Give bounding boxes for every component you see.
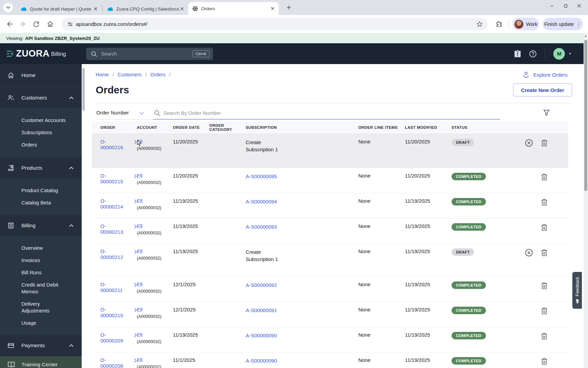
chevron-right-icon[interactable] (134, 282, 137, 287)
order-search-input[interactable]: Search By Order Number (163, 110, 221, 116)
table-row[interactable]: O-00000211 Ell (A00000032) 12/1/2025 A-S… (92, 277, 568, 302)
order-link[interactable]: O-00000210 (100, 307, 126, 318)
subscription-value[interactable]: A-S00000090 (246, 332, 277, 339)
chevron-right-icon[interactable] (134, 224, 137, 229)
tab-search-button[interactable] (3, 3, 13, 12)
chevron-right-icon[interactable] (134, 140, 137, 144)
sidebar-item-home[interactable]: Home (0, 64, 82, 87)
window-close-button[interactable] (572, 0, 586, 12)
breadcrumb-home[interactable]: Home (96, 72, 109, 77)
column-header-account[interactable]: ACCOUNT (137, 125, 173, 129)
sidebar-item-invoices[interactable]: Invoices (0, 254, 82, 266)
delete-order-icon[interactable] (541, 358, 548, 365)
column-header-order-date[interactable]: ORDER DATE (173, 125, 209, 129)
column-header-order[interactable]: ORDER (100, 125, 137, 129)
url-text[interactable]: apisandbox.zuora.com/orders#/ (76, 21, 147, 27)
delete-order-icon[interactable] (541, 139, 548, 147)
filter-funnel-icon[interactable] (543, 109, 550, 116)
sidebar-item-billing[interactable]: Billing (0, 215, 82, 237)
subscription-value[interactable]: A-S00000090 (246, 357, 277, 364)
table-row[interactable]: O-00000212 Ell (A00000032) 11/19/2025 Cr… (92, 244, 568, 277)
scrollbar-thumb[interactable] (584, 40, 587, 191)
tab-close-icon[interactable] (270, 6, 275, 12)
delete-order-icon[interactable] (541, 199, 548, 206)
new-tab-button[interactable] (285, 3, 293, 12)
window-minimize-button[interactable] (545, 0, 559, 12)
account-link[interactable]: Ell (137, 307, 143, 312)
order-link[interactable]: O-00000211 (100, 281, 126, 293)
table-row[interactable]: O-00000209 Ell (A00000032) 11/19/2025 A-… (92, 327, 568, 352)
chevron-right-icon[interactable] (134, 358, 137, 363)
sidebar-item-subscriptions[interactable]: Subscriptions (0, 126, 82, 139)
filter-field-dropdown[interactable]: Order Number (96, 110, 129, 116)
browser-tab-cpq-config[interactable]: Zuora CPQ Config | Salesforce (103, 3, 188, 15)
cancel-order-icon[interactable] (525, 249, 533, 257)
account-link[interactable]: Ell (137, 198, 143, 204)
back-icon[interactable] (6, 20, 13, 28)
create-new-order-button[interactable]: Create New Order (513, 83, 572, 96)
table-row[interactable]: O-00000213 Ell (A00000032) 11/19/2025 A-… (92, 218, 568, 244)
sidebar-scrollbar-thumb[interactable] (82, 68, 85, 111)
table-row[interactable]: O-00000214 Ell (A00000032) 11/19/2025 A-… (92, 193, 568, 218)
tab-close-icon[interactable] (93, 6, 98, 12)
scrollbar-up-arrow[interactable]: ▲ (584, 34, 588, 37)
sidebar-item-usage[interactable]: Usage (0, 317, 82, 329)
breadcrumb-orders[interactable]: Orders (150, 72, 165, 77)
account-link[interactable]: Ell (137, 357, 143, 363)
column-header-order-category[interactable]: ORDER CATEGORY (209, 123, 246, 132)
site-settings-icon[interactable] (67, 21, 73, 27)
delete-order-icon[interactable] (541, 249, 548, 256)
chevron-right-icon[interactable] (134, 174, 137, 179)
global-search-input[interactable]: Search Ctrl+K (86, 48, 213, 60)
forward-icon[interactable] (19, 20, 26, 28)
browser-profile-chip[interactable]: Work (512, 18, 539, 30)
sidebar-collapse-icon[interactable] (6, 50, 14, 57)
tasks-alert-icon[interactable] (514, 50, 521, 58)
cancel-order-icon[interactable] (525, 139, 533, 147)
delete-order-icon[interactable] (541, 173, 548, 181)
subscription-value[interactable]: A-S00000091 (246, 307, 277, 314)
table-row[interactable]: O-00000215 Ell (A00000032) 11/20/2025 A-… (92, 168, 568, 193)
sidebar-item-customer-accounts[interactable]: Customer Accounts (0, 114, 82, 126)
order-link[interactable]: O-00000213 (100, 223, 126, 235)
subscription-value[interactable]: A-S00000094 (246, 198, 277, 205)
browser-menu-icon[interactable]: ⋮ (576, 21, 582, 27)
help-icon[interactable] (529, 50, 537, 58)
browser-tab-orders[interactable]: Orders (188, 2, 279, 15)
explore-orders-link[interactable]: Explore Orders (523, 71, 568, 78)
window-maximize-button[interactable] (559, 0, 572, 12)
sidebar-scrollbar[interactable] (82, 64, 86, 368)
table-row[interactable]: O-00000216 Ell (A00000032) 11/20/2025 Cr… (92, 134, 568, 168)
account-link[interactable]: Ell (137, 332, 143, 338)
breadcrumb-customers[interactable]: Customers (118, 72, 142, 77)
sidebar-item-customers[interactable]: Customers (0, 87, 82, 109)
sidebar-item-training-center[interactable]: Training Center (0, 356, 82, 368)
finish-update-button[interactable]: Finish update ⋮ (543, 18, 583, 30)
column-header-order-line-items[interactable]: ORDER LINE ITEMS (358, 125, 405, 129)
home-icon[interactable] (47, 20, 54, 28)
page-scrollbar[interactable]: ▲ (584, 33, 588, 368)
sidebar-item-bill-runs[interactable]: Bill Runs (0, 266, 82, 279)
bookmark-star-icon[interactable] (476, 21, 483, 27)
order-link[interactable]: O-00000212 (100, 248, 126, 260)
sidebar-item-catalog-beta[interactable]: Catalog Beta (0, 197, 82, 209)
delete-order-icon[interactable] (541, 224, 548, 231)
chevron-down-icon[interactable] (139, 112, 144, 115)
reload-icon[interactable] (33, 20, 40, 28)
chevron-right-icon[interactable] (134, 199, 137, 204)
delete-order-icon[interactable] (541, 307, 548, 315)
chevron-right-icon[interactable] (134, 333, 137, 338)
table-row[interactable]: O-00000208 Ell (A00000032) 11/1/2025 A-S… (92, 352, 568, 368)
subscription-value[interactable]: A-S00000095 (246, 173, 277, 180)
table-row[interactable]: O-00000210 Ell (A00000032) 12/1/2025 A-S… (92, 302, 568, 327)
sidebar-item-orders[interactable]: Orders (0, 139, 82, 151)
sidebar-item-payments[interactable]: Payments (0, 335, 82, 356)
user-avatar[interactable]: M (553, 48, 565, 60)
order-link[interactable]: O-00000209 (100, 332, 126, 343)
user-menu-caret-icon[interactable]: ▾ (569, 51, 571, 56)
browser-tab-quote[interactable]: Quote for draft Harper | Quote (17, 3, 102, 15)
sidebar-item-overview[interactable]: Overview (0, 242, 82, 254)
sidebar-item-product-catalog[interactable]: Product Catalog (0, 184, 82, 197)
chevron-right-icon[interactable] (134, 308, 137, 312)
order-link[interactable]: O-00000215 (100, 173, 126, 184)
